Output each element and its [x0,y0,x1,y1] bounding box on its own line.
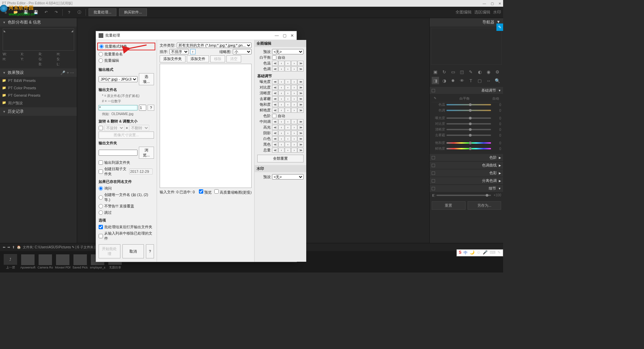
mode-region-edit[interactable]: 选区编辑 [474,9,490,15]
cancel-button[interactable]: 取消 [122,244,144,258]
radial-tool-icon[interactable]: ◉ [485,68,492,76]
buy-button[interactable]: 购买软件... [119,8,147,16]
add-file-button[interactable]: 添加文件 [187,55,209,62]
thumb-up[interactable]: ⤴上一层 [3,254,18,270]
levels-auto-check[interactable] [272,114,276,118]
preset-item[interactable]: 用户预设 [0,99,77,107]
exposure-slider[interactable] [446,117,491,119]
temp-slider[interactable] [446,104,491,105]
undo-icon[interactable]: ↶ [42,9,50,16]
ime-bar[interactable]: S中🌙☺🎤⌨✎ [457,249,503,256]
move-tool-icon[interactable]: ↔ [485,77,492,84]
thumb-folder[interactable]: Apowersoft [20,254,36,269]
crop-tool-icon[interactable]: ▣ [432,68,439,76]
redo-icon[interactable]: ↷ [52,9,60,16]
heal-tool-icon[interactable]: ✹ [449,77,457,84]
dlg-help-button[interactable]: ? [146,244,154,258]
batch-button[interactable]: 批量处理... [89,8,116,16]
browse-button[interactable]: 浏览... [139,147,154,159]
minimize-icon[interactable]: — [483,2,486,5]
dlg-minimize-icon[interactable]: — [275,33,279,38]
exist-ask-radio[interactable]: 询问 [99,185,154,192]
remove-button[interactable]: 移除 [210,55,225,62]
wb-auto-check[interactable] [272,55,276,60]
clarity-slider[interactable] [446,129,491,130]
up-icon[interactable]: ⬆ [12,245,15,249]
adjust-tool-icon[interactable]: ⚙ [494,68,501,76]
file-list[interactable] [160,64,252,188]
rotate-tool-icon[interactable]: ↻ [440,68,448,76]
dialog-titlebar[interactable]: 批量处理 — ▢ ✕ [96,31,297,40]
dlg-close-icon[interactable]: ✕ [290,33,294,38]
thumb-folder[interactable]: Camera Roll [38,254,53,269]
start-batch-button[interactable]: 开始批处理 [99,244,120,258]
clone-tool-icon[interactable]: ◑ [440,77,448,84]
preview-check[interactable]: 预览 [199,189,212,195]
mode-watermark[interactable]: 水印 [493,9,501,15]
detail-slider[interactable] [436,195,491,196]
output-format-select[interactable]: JPG(*.jpg) - JPG/JPEG [99,76,138,82]
thumb-folder[interactable]: Saved Pictures [72,254,88,269]
thumb-size-select[interactable]: 小 [233,49,252,54]
flip-select[interactable]: 不翻转 [129,125,149,131]
format-options-button[interactable]: 选项... [139,73,154,85]
zoom-tool-icon[interactable]: 🔍 [494,77,501,84]
name-help-button[interactable]: ? [148,105,154,111]
seq-start-input[interactable] [139,105,146,111]
saveas-button[interactable]: 另存为... [468,201,501,210]
sat-slider[interactable] [446,142,491,144]
filename-pattern-input[interactable] [99,105,138,110]
history-panel-head[interactable]: ▼历史记录 [0,107,77,116]
reset-button[interactable]: 重置 [432,201,466,210]
redeye-tool-icon[interactable]: 👁 [458,77,466,84]
clear-button[interactable]: 清空 [226,55,241,62]
adj-preset-select[interactable]: <无> [272,49,304,54]
vib-slider[interactable] [446,148,491,149]
hq-thumb-check[interactable]: 高质量缩略图(更慢) [214,189,252,195]
date-subfolder-check[interactable]: 创建日期子文件夹 [99,166,154,177]
close-icon[interactable]: ✕ [498,2,501,5]
selection-tool-icon[interactable]: ◨ [432,77,439,84]
output-to-source-check[interactable]: 输出到源文件夹 [99,159,154,166]
radio-batch-rename[interactable]: 批量重命名 [99,51,154,57]
exist-unique-radio[interactable]: 创建唯一文件名 (如 (1), (2) 等.) [99,192,154,203]
frame-tool-icon[interactable]: ▢ [476,77,483,84]
wm-preset-select[interactable]: <无> [272,174,304,180]
filetype-select[interactable]: 所有支持的文件 (*.bmp;*.jpg;*.jpeg;*.pn... [177,43,252,48]
sort-asc-button[interactable]: ↑ [190,49,196,54]
maximize-icon[interactable]: ▢ [491,2,494,5]
radio-batch-convert[interactable]: 批量格式转换 [97,43,155,50]
text-tool-icon[interactable]: T [467,77,475,84]
color-head[interactable]: 色彩▶ [430,169,503,177]
remove-done-check[interactable]: 从输入列表中移除已处理的文件 [99,230,154,242]
info-icon[interactable]: ⓘ [75,9,83,16]
detail-head[interactable]: 细节▼ [430,185,503,192]
thumb-folder[interactable]: Movavi PDF E... [55,254,70,269]
rotate-select[interactable]: 不旋转 [104,125,124,131]
levels-head[interactable]: 色阶▶ [430,154,503,161]
open-after-check[interactable]: 批处理结束后打开输出文件夹 [99,224,154,230]
add-folder-button[interactable]: 添加文件夹 [160,55,185,62]
exist-overwrite-radio[interactable]: 不警告!!! 直接覆盖 [99,203,154,209]
mode-full-edit[interactable]: 全图编辑 [455,9,472,15]
preset-item[interactable]: PT Color Presets [0,84,77,92]
home-icon[interactable]: 🏠 [17,245,21,249]
preset-item[interactable]: PT General Presets [0,92,77,99]
output-folder-input[interactable] [99,150,138,156]
brush-tool-icon[interactable]: ✎ [467,68,475,76]
reset-all-button[interactable]: 全部重置 [257,155,304,162]
basic-adjust-head[interactable]: 基础调节▼ [430,87,503,94]
image-size-button[interactable]: 图像尺寸设置... [99,132,154,139]
dehaze-slider[interactable] [446,135,491,136]
preset-item[interactable]: PT B&W Presets [0,77,77,84]
curves-head[interactable]: 色调曲线▶ [430,162,503,169]
exist-skip-radio[interactable]: 跳过 [99,209,154,216]
back-icon[interactable]: ⬅ [3,245,5,249]
eyedropper-icon[interactable]: ✎ [434,96,436,101]
tint-slider[interactable] [446,110,491,111]
split-head[interactable]: 分离色调▶ [430,177,503,184]
gradient-tool-icon[interactable]: ◐ [476,68,483,76]
contrast-slider[interactable] [446,123,491,124]
straighten-tool-icon[interactable]: ▭ [449,68,457,76]
perspective-tool-icon[interactable]: ◫ [458,68,466,76]
